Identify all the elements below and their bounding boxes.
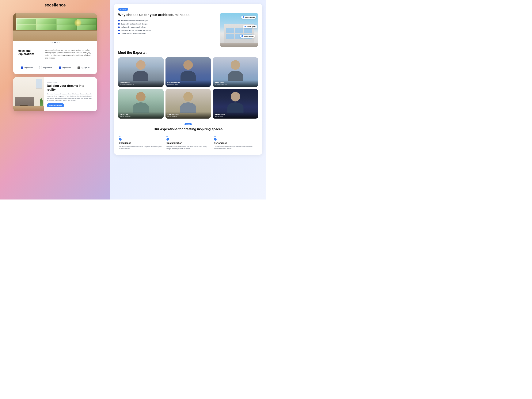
expert-info-david: David Smith Landscape Architect	[213, 80, 258, 87]
explore-services-button[interactable]: Explore Services	[47, 103, 64, 107]
goal-card-experience: 01 Experience Enhance user experience wi…	[118, 135, 163, 151]
ideas-title: Ideas and Exploration:	[18, 49, 42, 56]
badge-modern-text: Modern design	[245, 17, 255, 18]
goal-name-1: Experience	[119, 142, 162, 144]
expert-info-brian: Brian Lee Interior Designer	[118, 112, 164, 119]
feature-item-4: Innovative technology for precise planni…	[118, 29, 216, 31]
feature-item-1: Tailored architectural solutions for you	[118, 20, 216, 22]
excellence-heading: excellence	[44, 0, 66, 10]
left-panel: excellence ← →	[0, 0, 110, 200]
hero-card: ← → Ideas and Exploration: We specialize…	[13, 13, 97, 74]
expert-card-david-smith[interactable]: David Smith Landscape Architect	[213, 57, 258, 87]
expert-info-frank: Frank Miller Architectural Designer	[118, 80, 164, 87]
porch-scene	[13, 13, 97, 41]
feature-dot-4	[118, 30, 120, 31]
feature-text-5: Proven success with happy clients	[121, 33, 146, 35]
goal-dot-3	[214, 138, 217, 141]
logo-4-text: logoipsum	[81, 67, 90, 69]
logo-2: Logoipsum	[39, 66, 52, 69]
carousel-dots	[13, 41, 97, 46]
feature-item-5: Proven success with happy clients	[118, 33, 216, 35]
experts-grid-bottom: Brian Lee Interior Designer Alex Johnson…	[118, 89, 258, 119]
expert-card-alex-johnson[interactable]: Alex Johnson Senior Architect	[165, 89, 211, 119]
feature-dot-1	[118, 20, 120, 21]
window-frame	[16, 18, 97, 30]
goals-tag: Goals	[184, 123, 192, 125]
about-tag: About us	[118, 8, 128, 11]
feature-text-1: Tailored architectural solutions for you	[121, 20, 148, 22]
logo-dots-icon	[39, 66, 42, 69]
logo-3: ◆ Logoipsum	[59, 66, 71, 69]
badge-dot-1	[243, 16, 244, 18]
main-content-card: About us Why choose us for your architec…	[114, 4, 262, 155]
goal-number-3: 03	[214, 135, 257, 137]
arch-windows	[226, 28, 252, 39]
about-image: Modern design Perfect space Simple strat…	[220, 13, 258, 47]
goal-dot-1	[119, 138, 122, 141]
feature-dot-3	[118, 26, 120, 28]
goals-title: Our aspirations for creating inspiring s…	[118, 127, 258, 131]
card-content: Ideas and Exploration: We specialize in …	[13, 46, 97, 74]
expert-name-eric: Eric Thompson	[167, 82, 209, 84]
goal-card-customization: 02 Customization Integrate customizable …	[166, 135, 210, 151]
expert-role-frank: Architectural Designer	[120, 84, 162, 85]
goal-number-1: 01	[119, 135, 162, 137]
expert-name-frank: Frank Miller	[120, 82, 162, 84]
logo-shield-2-icon: ◆	[59, 66, 61, 69]
expert-card-eric-thompson[interactable]: Eric Thompson Project Manager	[165, 57, 211, 87]
feature-text-4: Innovative technology for precise planni…	[121, 29, 151, 31]
expert-card-daniel-turner[interactable]: Daniel Turner Web-designer	[213, 89, 258, 119]
expert-info-daniel: Daniel Turner Web-designer	[213, 112, 258, 119]
expert-card-frank-miller[interactable]: Frank Miller Architectural Designer	[118, 57, 164, 87]
goal-dot-row-2	[166, 138, 210, 141]
goal-desc-1: Enhance user experience with intuitive n…	[119, 146, 162, 150]
goal-dot-row-1	[119, 138, 162, 141]
carousel-dot-4[interactable]	[57, 42, 58, 43]
expert-role-eric: Project Manager	[167, 84, 209, 85]
logo-1-text: Logoipsum	[24, 67, 33, 69]
goal-number-2: 02	[166, 135, 210, 137]
badge-simple-text: Simple strategy	[244, 36, 254, 37]
carousel-dot-5[interactable]	[59, 42, 60, 43]
expert-name-daniel: Daniel Turner	[215, 114, 256, 115]
goals-grid: 01 Experience Enhance user experience wi…	[118, 135, 258, 151]
feature-dot-2	[118, 23, 120, 25]
goal-name-2: Customization	[166, 142, 210, 144]
expert-role-daniel: Web-designer	[215, 115, 256, 117]
expert-card-brian-lee[interactable]: Brian Lee Interior Designer	[118, 89, 164, 119]
story-tag: Our Story — 2012	[47, 82, 94, 83]
logo-shield-icon: ◇	[21, 66, 23, 69]
feature-item-2: Sustainable and eco-friendly designs	[118, 23, 216, 25]
expert-role-alex: Senior Architect	[167, 115, 209, 117]
story-title: Building your dreams into reality	[47, 84, 94, 91]
goal-name-3: Perfomance	[214, 142, 257, 144]
goal-desc-2: Integrate customizable features that all…	[166, 146, 210, 150]
expert-info-alex: Alex Johnson Senior Architect	[165, 112, 211, 119]
carousel-dot-3[interactable]	[54, 42, 56, 43]
carousel-dot-1[interactable]	[51, 42, 51, 43]
feature-text-3: Collaborative approach with clients	[121, 26, 146, 28]
about-left: Why choose us for your architectural nee…	[118, 13, 216, 47]
goal-dot-row-3	[214, 138, 257, 141]
expert-name-david: David Smith	[215, 82, 256, 84]
goal-dot-2	[166, 138, 169, 141]
carousel-dot-2[interactable]	[52, 42, 53, 43]
story-image	[13, 77, 44, 111]
badge-perfect-text: Perfect space	[247, 26, 256, 27]
ideas-description: We specialize in turning your real estat…	[45, 49, 93, 59]
logo-3-text: Logoipsum	[62, 67, 71, 69]
expert-name-alex: Alex Johnson	[167, 114, 209, 115]
expert-role-david: Landscape Architect	[215, 84, 256, 85]
badge-simple-strategy: Simple strategy	[240, 35, 255, 38]
feature-text-2: Sustainable and eco-friendly designs	[121, 23, 147, 25]
story-description: Our journey began with a passion for arc…	[47, 93, 94, 101]
goal-desc-3: Optimize performance and responsiveness …	[214, 146, 257, 150]
logo-1: ◇ Logoipsum	[21, 66, 33, 69]
goals-section: Goals Our aspirations for creating inspi…	[118, 122, 258, 151]
goal-card-performance: 03 Perfomance Optimize performance and r…	[213, 135, 258, 151]
feature-dot-5	[118, 33, 120, 34]
badge-dot-3	[241, 35, 243, 37]
expert-info-eric: Eric Thompson Project Manager	[165, 80, 211, 87]
experts-grid-top: Frank Miller Architectural Designer Eric…	[118, 57, 258, 87]
badge-modern-design: Modern design	[241, 16, 256, 19]
